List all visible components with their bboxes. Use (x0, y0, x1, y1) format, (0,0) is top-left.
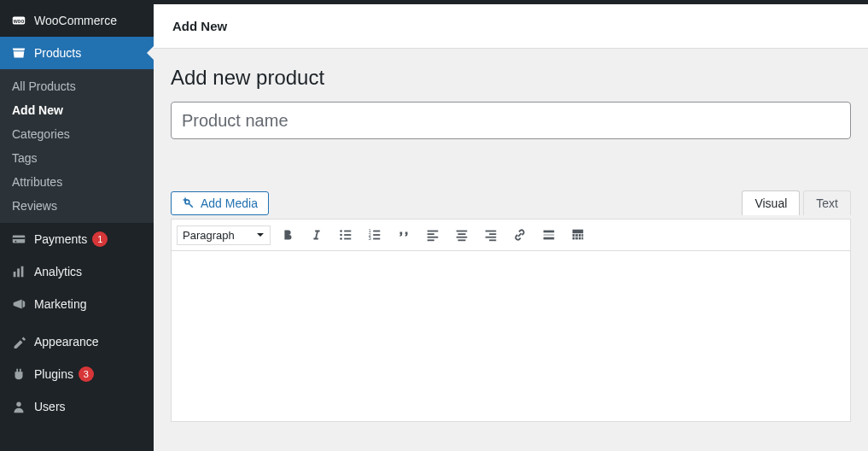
editor-toolbar: Paragraph 123 (171, 219, 851, 251)
sidebar-item-label: Analytics (34, 265, 82, 278)
italic-icon (309, 227, 324, 243)
read-more-button[interactable] (537, 223, 561, 247)
link-button[interactable] (508, 223, 532, 247)
svg-rect-30 (486, 231, 497, 232)
align-left-button[interactable] (421, 223, 445, 247)
svg-text:woo: woo (13, 18, 25, 24)
sidebar-item-plugins[interactable]: Plugins 3 (0, 358, 154, 390)
product-name-input[interactable] (171, 102, 851, 139)
svg-rect-32 (486, 237, 497, 238)
sidebar-subitem-categories[interactable]: Categories (0, 122, 154, 146)
format-select-value: Paragraph (183, 229, 235, 242)
main-content: Add New Add new product Add Media Visual… (154, 4, 868, 451)
marketing-icon (10, 296, 27, 313)
svg-point-4 (15, 241, 17, 243)
sidebar-subitem-label: Tags (12, 151, 38, 165)
payments-icon (10, 231, 27, 248)
svg-rect-5 (14, 272, 16, 277)
editor-tabs: Visual Text (742, 190, 851, 215)
woocommerce-icon: woo (10, 12, 27, 29)
bold-icon (280, 227, 295, 243)
svg-rect-40 (579, 234, 581, 237)
count-badge: 1 (92, 231, 108, 247)
sidebar-item-woocommerce[interactable]: woo WooCommerce (0, 4, 154, 37)
sidebar-subitem-tags[interactable]: Tags (0, 146, 154, 170)
svg-rect-15 (344, 238, 351, 240)
svg-rect-19 (373, 234, 380, 236)
svg-rect-26 (457, 231, 468, 232)
sidebar-item-users[interactable]: Users (0, 390, 154, 423)
svg-rect-36 (544, 237, 555, 240)
sidebar-item-marketing[interactable]: Marketing (0, 288, 154, 320)
italic-button[interactable] (305, 223, 329, 247)
svg-rect-44 (579, 237, 581, 240)
svg-point-8 (16, 402, 20, 407)
plugins-icon (10, 366, 27, 383)
editor-body[interactable] (171, 251, 851, 422)
sidebar-subitem-add-new[interactable]: Add New (0, 98, 154, 122)
svg-rect-31 (489, 233, 496, 235)
sidebar-submenu-products: All Products Add New Categories Tags Att… (0, 69, 154, 223)
svg-rect-6 (17, 268, 20, 277)
svg-rect-41 (582, 234, 584, 237)
numbered-list-button[interactable]: 123 (363, 223, 387, 247)
svg-rect-13 (344, 234, 351, 236)
sidebar-subitem-attributes[interactable]: Attributes (0, 170, 154, 194)
svg-rect-3 (13, 237, 25, 239)
svg-rect-28 (457, 237, 468, 238)
svg-rect-27 (458, 233, 466, 235)
align-right-button[interactable] (479, 223, 503, 247)
admin-sidebar: woo WooCommerce Products All Products Ad… (0, 4, 154, 451)
sidebar-item-label: Appearance (34, 335, 99, 348)
sidebar-item-label: WooCommerce (34, 14, 117, 27)
sidebar-subitem-reviews[interactable]: Reviews (0, 194, 154, 218)
svg-point-14 (340, 237, 342, 240)
toolbar-toggle-button[interactable] (566, 223, 590, 247)
sidebar-item-label: Products (34, 46, 81, 60)
svg-rect-21 (373, 238, 380, 240)
svg-rect-37 (573, 230, 584, 234)
sidebar-subitem-label: Reviews (12, 199, 57, 213)
numbered-list-icon: 123 (367, 227, 382, 243)
svg-text:3: 3 (369, 236, 371, 241)
sidebar-subitem-all-products[interactable]: All Products (0, 74, 154, 98)
svg-rect-38 (573, 234, 575, 237)
tab-visual[interactable]: Visual (742, 190, 800, 215)
read-more-icon (541, 227, 556, 243)
blockquote-button[interactable] (392, 223, 416, 247)
sidebar-subitem-label: Categories (12, 127, 70, 141)
add-media-button[interactable]: Add Media (171, 191, 269, 215)
bullet-list-button[interactable] (334, 223, 358, 247)
link-icon (512, 227, 527, 243)
products-icon (10, 44, 27, 62)
sidebar-subitem-label: All Products (12, 79, 76, 93)
svg-rect-43 (575, 237, 578, 240)
sidebar-subitem-label: Attributes (12, 175, 62, 189)
quote-icon (396, 227, 411, 243)
svg-rect-42 (573, 237, 575, 240)
page-title: Add new product (171, 66, 851, 90)
format-select[interactable]: Paragraph (177, 226, 271, 245)
svg-rect-45 (582, 237, 584, 240)
svg-rect-34 (544, 231, 555, 233)
align-center-icon (454, 227, 469, 243)
sidebar-item-products[interactable]: Products (0, 37, 154, 69)
sidebar-item-label: Marketing (34, 297, 86, 311)
sidebar-item-label: Users (34, 400, 66, 413)
bold-button[interactable] (276, 223, 300, 247)
appearance-icon (10, 333, 27, 350)
sidebar-item-label: Plugins (34, 367, 73, 381)
page-header: Add New (154, 4, 868, 49)
media-icon (182, 196, 195, 210)
sidebar-item-payments[interactable]: Payments 1 (0, 223, 154, 255)
svg-rect-33 (489, 239, 496, 241)
sidebar-item-appearance[interactable]: Appearance (0, 325, 154, 358)
align-left-icon (425, 227, 440, 243)
svg-rect-35 (544, 234, 555, 236)
add-media-label: Add Media (201, 196, 258, 210)
tab-text[interactable]: Text (803, 190, 851, 215)
align-center-button[interactable] (450, 223, 474, 247)
sidebar-item-analytics[interactable]: Analytics (0, 255, 154, 288)
analytics-icon (10, 263, 27, 280)
header-tab-label: Add New (172, 19, 227, 33)
